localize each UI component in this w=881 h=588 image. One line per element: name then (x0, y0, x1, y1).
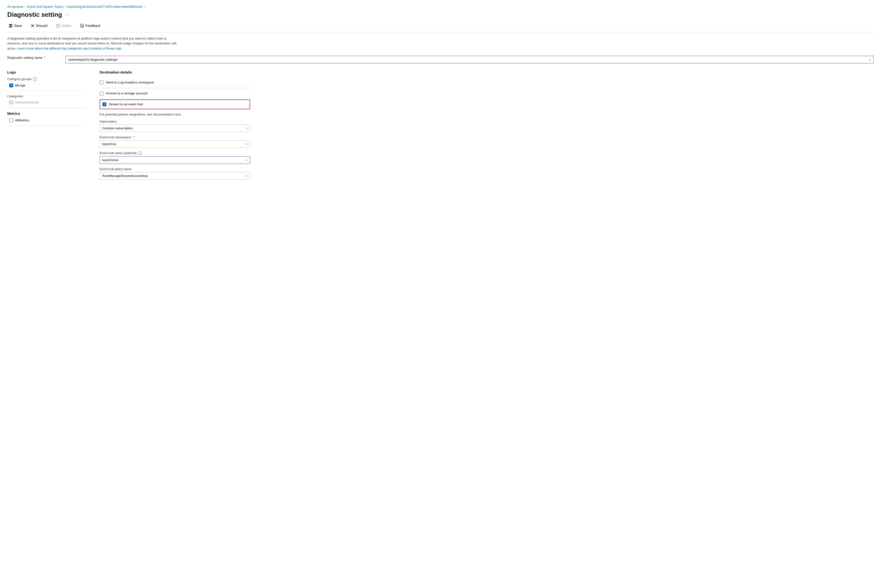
description-text: A diagnostic setting specifies a list of… (7, 36, 177, 51)
event-hub-name-info-icon[interactable]: i (138, 151, 142, 155)
allLogs-row: allLogs (7, 84, 85, 87)
deliveryFailures-row: DeliveryFailures (7, 100, 85, 104)
category-groups-info-icon[interactable]: i (33, 77, 37, 81)
storage-account-row: Archive to a storage account (99, 88, 250, 99)
event-hub-namespace-label: Event hub namespace * (99, 135, 250, 139)
logs-header: Logs (7, 70, 85, 74)
save-button[interactable]: Save (7, 23, 23, 28)
event-hub-label: Stream to an event hub (109, 102, 143, 106)
event-hub-policy-value: RootManageSharedAccessKey (102, 174, 148, 178)
svg-point-12 (83, 25, 83, 26)
page-title: Diagnostic setting (7, 11, 62, 18)
breadcrumb-sep1: › (25, 5, 26, 9)
discard-icon (31, 24, 35, 28)
log-analytics-row: Send to Log Analytics workspace (99, 77, 250, 88)
delete-button[interactable]: Delete (55, 23, 73, 28)
subscription-caret-icon: ∨ (246, 127, 247, 130)
destination-header: Destination details (99, 70, 250, 74)
categories-header: Categories (7, 94, 85, 98)
event-hub-namespace-caret-icon: ∨ (246, 143, 247, 146)
event-hub-name-label-text: Event hub name (optional) (99, 151, 137, 155)
event-hub-name-label: Event hub name (optional) i (99, 151, 250, 155)
subscription-value: Contoso subscription (102, 126, 133, 130)
subscription-label: Subscription (99, 120, 250, 123)
delete-icon (56, 24, 60, 28)
metrics-header: Metrics (7, 111, 85, 116)
event-hub-name-field: Event hub name (optional) i topic01hub ∨ (99, 151, 250, 164)
feedback-button[interactable]: Feedback (79, 23, 102, 28)
metrics-bottom-divider (7, 126, 85, 126)
svg-rect-1 (10, 24, 11, 26)
svg-rect-5 (57, 25, 60, 27)
allMetrics-checkbox[interactable] (9, 118, 13, 122)
right-panel: Destination details Send to Log Analytic… (99, 69, 250, 183)
allLogs-label[interactable]: allLogs (15, 84, 26, 87)
discard-label: Discard (36, 24, 47, 28)
event-hub-policy-label: Event hub policy name (99, 167, 250, 171)
subscription-field: Subscription Contoso subscription ∨ (99, 120, 250, 132)
page-ellipsis-menu[interactable]: ··· (65, 12, 69, 18)
feedback-icon (80, 24, 84, 28)
event-hub-name-caret-icon: ∨ (246, 159, 247, 161)
storage-account-label: Archive to a storage account (106, 92, 147, 95)
partner-text: For potential partner integrations, see … (99, 112, 250, 116)
allMetrics-label[interactable]: AllMetrics (15, 118, 29, 122)
breadcrumb-event-grid[interactable]: Event Grid System Topics (27, 5, 63, 9)
event-hub-policy-field: Event hub policy name RootManageSharedAc… (99, 167, 250, 180)
main-layout: Logs Category groups i allLogs Categorie… (7, 69, 874, 183)
diagnostic-name-required: * (44, 56, 45, 60)
allMetrics-row: AllMetrics (7, 118, 85, 122)
breadcrumb-sep2: › (65, 5, 66, 9)
category-groups-label: Category groups (7, 77, 32, 81)
save-label: Save (14, 24, 22, 28)
diagnostic-name-value: systemtopic01-diagnostic-settings (68, 58, 117, 62)
learn-more-link[interactable]: Learn more about the different log categ… (17, 46, 122, 50)
event-hub-namespace-dropdown[interactable]: topic01ns ∨ (99, 140, 250, 148)
subscription-label-text: Subscription (99, 120, 117, 123)
toolbar: Save Discard Delete (7, 23, 874, 32)
allLogs-checkbox[interactable] (9, 84, 13, 87)
left-panel: Logs Category groups i allLogs Categorie… (7, 69, 85, 183)
event-hub-policy-caret-icon: ∨ (246, 174, 247, 177)
event-hub-namespace-required: * (133, 135, 134, 139)
event-hub-namespace-value: topic01ns (102, 142, 116, 146)
event-hub-namespace-field: Event hub namespace * topic01ns ∨ (99, 135, 250, 148)
event-hub-policy-dropdown[interactable]: RootManageSharedAccessKey ∨ (99, 172, 250, 180)
breadcrumb: All services › Event Grid System Topics … (7, 5, 874, 9)
event-hub-row: Stream to an event hub (99, 99, 250, 109)
event-hub-name-dropdown[interactable]: topic01hub ∨ (99, 156, 250, 164)
logs-metrics-divider (7, 108, 85, 108)
discard-button[interactable]: Discard (29, 23, 49, 28)
event-hub-namespace-label-text: Event hub namespace (99, 135, 131, 139)
partner-text-main: For potential partner integrations, see … (99, 112, 174, 116)
delete-label: Delete (62, 24, 71, 28)
diagnostic-name-input[interactable]: systemtopic01-diagnostic-settings ∨ (66, 56, 874, 63)
log-analytics-label: Send to Log Analytics workspace (106, 81, 154, 84)
svg-rect-2 (10, 26, 12, 27)
page-title-area: Diagnostic setting ··· (7, 11, 874, 18)
event-hub-name-value: topic01hub (102, 158, 118, 162)
save-icon (9, 24, 13, 28)
diagnostic-name-label-wrap: Diagnostic setting name * (7, 56, 61, 60)
log-analytics-checkbox[interactable] (99, 81, 104, 84)
feedback-label: Feedback (86, 24, 100, 28)
partner-link[interactable]: here (174, 112, 181, 116)
storage-account-checkbox[interactable] (99, 92, 104, 95)
deliveryFailures-label: DeliveryFailures (15, 100, 39, 104)
svg-point-10 (80, 24, 84, 27)
diagnostic-name-label: Diagnostic setting name (7, 56, 42, 60)
logs-categories-divider (7, 91, 85, 91)
breadcrumb-sep3: › (144, 5, 145, 9)
diagnostic-name-caret: ∨ (869, 58, 871, 61)
category-groups-header: Category groups i (7, 77, 85, 81)
diagnostic-name-row: Diagnostic setting name * systemtopic01-… (7, 56, 874, 63)
deliveryFailures-checkbox (9, 100, 13, 104)
breadcrumb-all-services[interactable]: All services (7, 5, 23, 9)
subscription-dropdown[interactable]: Contoso subscription ∨ (99, 124, 250, 132)
event-hub-checkbox[interactable] (102, 102, 106, 106)
svg-point-11 (81, 25, 81, 26)
event-hub-policy-label-text: Event hub policy name (99, 167, 132, 171)
categories-label: Categories (7, 94, 23, 98)
breadcrumb-topic[interactable]: topic01stg-811a624a-8a77-437e-89de-dfeb5… (67, 5, 142, 9)
